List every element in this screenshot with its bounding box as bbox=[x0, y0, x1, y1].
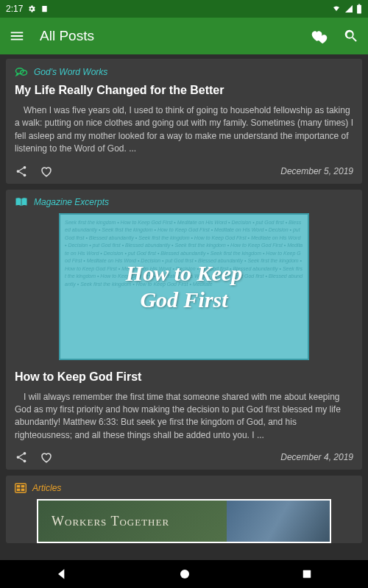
gear-icon bbox=[27, 4, 36, 13]
post-date: December 5, 2019 bbox=[280, 166, 353, 176]
svg-rect-2 bbox=[358, 4, 360, 5]
svg-rect-15 bbox=[17, 489, 21, 491]
svg-point-3 bbox=[16, 68, 24, 74]
category-label: Articles bbox=[32, 483, 61, 493]
hero-line-2: God First bbox=[126, 287, 242, 313]
post-excerpt: When I was five years old, I used to thi… bbox=[15, 104, 353, 156]
back-icon[interactable] bbox=[54, 567, 69, 581]
home-icon[interactable] bbox=[178, 567, 191, 581]
status-time: 2:17 bbox=[6, 4, 23, 14]
signal-icon bbox=[344, 4, 353, 13]
post-card[interactable]: Magazine Excerpts Seek first the kingdom… bbox=[6, 190, 362, 470]
hearts-icon[interactable] bbox=[311, 28, 328, 44]
recent-icon[interactable] bbox=[300, 567, 314, 581]
post-excerpt: I will always remember the first time th… bbox=[15, 391, 353, 442]
banner-photo bbox=[227, 501, 330, 542]
category-label: Magazine Excerpts bbox=[34, 197, 109, 207]
post-date: December 4, 2019 bbox=[280, 452, 353, 462]
banner-text: Workers Together bbox=[52, 514, 169, 529]
post-title: How to Keep God First bbox=[15, 370, 353, 384]
svg-rect-0 bbox=[43, 6, 47, 12]
svg-rect-12 bbox=[15, 484, 26, 492]
menu-icon[interactable] bbox=[9, 28, 25, 44]
doc-icon bbox=[40, 4, 49, 13]
wifi-icon bbox=[331, 4, 342, 13]
system-nav-bar bbox=[0, 560, 368, 588]
post-title: My Life Really Changed for the Better bbox=[15, 84, 353, 97]
svg-rect-16 bbox=[21, 489, 25, 491]
svg-rect-1 bbox=[357, 5, 361, 14]
post-category: God's Word Works bbox=[15, 66, 353, 78]
share-icon[interactable] bbox=[15, 165, 28, 178]
hero-line-1: How to Keep bbox=[126, 260, 242, 287]
share-icon[interactable] bbox=[15, 451, 28, 464]
page-title: All Posts bbox=[40, 28, 94, 44]
article-banner: Workers Together bbox=[37, 499, 331, 543]
heart-icon[interactable] bbox=[40, 451, 53, 464]
post-card[interactable]: God's Word Works My Life Really Changed … bbox=[6, 59, 362, 184]
category-label: God's Word Works bbox=[34, 67, 107, 77]
battery-icon bbox=[356, 4, 362, 14]
heart-icon[interactable] bbox=[40, 165, 53, 178]
svg-rect-14 bbox=[21, 485, 25, 487]
svg-point-17 bbox=[180, 570, 189, 578]
speech-bubble-icon bbox=[15, 66, 28, 78]
status-bar: 2:17 bbox=[0, 0, 368, 18]
post-hero-image: Seek first the kingdom • How to Keep God… bbox=[59, 213, 309, 360]
app-bar: All Posts bbox=[0, 18, 368, 54]
grid-icon bbox=[15, 483, 26, 493]
book-open-icon bbox=[15, 197, 28, 207]
post-category: Articles bbox=[15, 483, 353, 493]
search-icon[interactable] bbox=[343, 28, 359, 44]
post-card[interactable]: Articles Workers Together bbox=[6, 476, 362, 543]
hero-title: How to Keep God First bbox=[126, 260, 242, 313]
svg-rect-18 bbox=[303, 570, 311, 578]
post-category: Magazine Excerpts bbox=[15, 197, 353, 207]
posts-list: God's Word Works My Life Really Changed … bbox=[0, 54, 368, 543]
svg-rect-13 bbox=[17, 485, 21, 487]
